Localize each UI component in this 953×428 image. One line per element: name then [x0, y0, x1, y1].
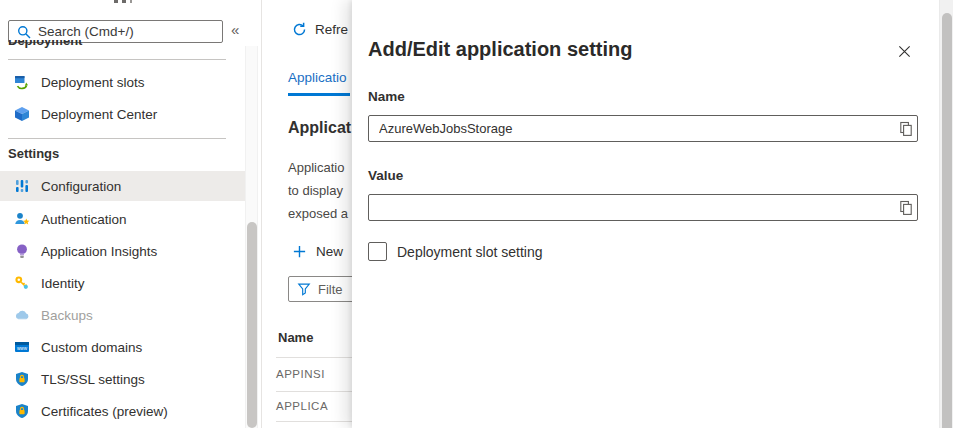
deployment-slots-icon — [14, 74, 30, 90]
table-column-name: Name — [278, 330, 313, 345]
sidebar-item-configuration[interactable]: Configuration — [0, 171, 245, 201]
deployment-center-icon — [14, 106, 30, 122]
search-icon — [16, 24, 32, 40]
close-panel-button[interactable] — [895, 42, 913, 60]
custom-domains-icon: www — [14, 339, 30, 355]
add-edit-application-setting-panel: Add/Edit application setting Name Value — [352, 0, 939, 428]
azure-portal-screen: « Deployment Deployment slots Deployment… — [0, 0, 953, 428]
name-field-label: Name — [368, 89, 405, 104]
value-input[interactable] — [369, 195, 895, 220]
deployment-slot-setting-label: Deployment slot setting — [397, 244, 543, 260]
sidebar-item-label: TLS/SSL settings — [41, 372, 145, 387]
identity-icon — [14, 275, 30, 291]
svg-text:www: www — [17, 346, 28, 351]
group-header-settings: Settings — [8, 146, 59, 161]
sidebar-item-label: Identity — [41, 276, 85, 291]
certificates-shield-icon — [14, 403, 30, 419]
sidebar-item-application-insights[interactable]: Application Insights — [0, 237, 245, 265]
copy-name-button[interactable] — [895, 116, 917, 141]
refresh-icon — [292, 22, 307, 37]
sidebar-item-authentication[interactable]: Authentication — [0, 205, 245, 233]
sidebar-item-label: Authentication — [41, 212, 127, 227]
sidebar-item-label: Application Insights — [41, 244, 157, 259]
sidebar-item-deployment-slots[interactable]: Deployment slots — [0, 68, 245, 96]
application-insights-icon — [14, 243, 30, 259]
panel-title: Add/Edit application setting — [368, 38, 632, 61]
sidebar-item-custom-domains[interactable]: www Custom domains — [0, 333, 245, 361]
table-row[interactable]: APPINSI — [276, 368, 325, 380]
copy-icon — [898, 200, 914, 216]
new-button-label: New — [316, 244, 343, 259]
sidebar-item-label: Deployment Center — [41, 107, 157, 122]
copy-value-button[interactable] — [895, 195, 917, 220]
sidebar-scrollbar-thumb[interactable] — [247, 222, 257, 428]
tab-application-settings[interactable]: Applicatio — [288, 70, 347, 85]
refresh-button[interactable]: Refre — [292, 22, 348, 37]
sidebar-item-deployment-center[interactable]: Deployment Center — [0, 100, 245, 128]
sidebar-item-label: Custom domains — [41, 340, 142, 355]
plus-icon — [292, 244, 307, 259]
sidebar-item-identity[interactable]: Identity — [0, 269, 245, 297]
section-heading: Applicat — [288, 119, 351, 137]
deployment-slot-setting-row: Deployment slot setting — [368, 242, 543, 261]
divider — [8, 59, 226, 60]
value-field — [368, 194, 918, 221]
active-tab-underline — [288, 93, 350, 96]
copy-icon — [898, 121, 914, 137]
sidebar-item-tls-ssl-settings[interactable]: TLS/SSL settings — [0, 365, 245, 393]
sidebar-item-certificates[interactable]: Certificates (preview) — [0, 397, 245, 425]
filter-label: Filte — [318, 282, 343, 297]
page-scrollbar-thumb[interactable] — [942, 13, 952, 428]
refresh-label: Refre — [315, 22, 348, 37]
authentication-icon — [14, 211, 30, 227]
group-header-deployment-clipped: Deployment — [8, 40, 168, 53]
table-row[interactable]: APPLICA — [276, 400, 328, 412]
value-field-label: Value — [368, 168, 403, 183]
search-input[interactable] — [38, 24, 222, 39]
cropped-top-text — [114, 0, 132, 4]
name-field — [368, 115, 918, 142]
deployment-slot-setting-checkbox[interactable] — [368, 242, 387, 261]
page-scrollbar-track[interactable] — [939, 0, 953, 428]
name-input[interactable] — [369, 116, 895, 141]
divider — [8, 138, 226, 139]
sidebar-item-label: Backups — [41, 308, 93, 323]
collapse-menu-icon[interactable]: « — [231, 21, 239, 38]
section-description: Applicatio to display exposed a — [288, 156, 348, 225]
tls-ssl-shield-icon — [14, 371, 30, 387]
filter-funnel-icon — [297, 282, 311, 296]
new-application-setting-button[interactable]: New — [292, 244, 343, 259]
configuration-icon — [14, 178, 30, 194]
resource-menu-sidebar: « Deployment Deployment slots Deployment… — [0, 0, 262, 428]
sidebar-item-label: Deployment slots — [41, 75, 145, 90]
sidebar-item-label: Certificates (preview) — [41, 404, 168, 419]
backups-icon — [14, 307, 30, 323]
sidebar-item-label: Configuration — [41, 179, 121, 194]
sidebar-item-backups[interactable]: Backups — [0, 301, 245, 329]
close-icon — [897, 44, 912, 59]
